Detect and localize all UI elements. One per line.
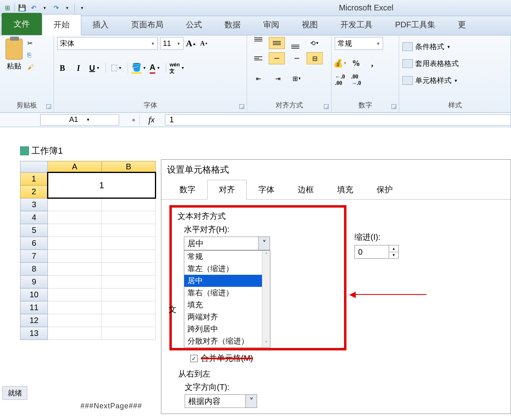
font-launcher[interactable] (239, 104, 244, 109)
phonetic-button[interactable]: wén文▼ (172, 63, 182, 73)
row-header-4[interactable]: 4 (21, 211, 48, 224)
tab-view[interactable]: 视图 (291, 14, 329, 35)
conditional-format-button[interactable]: 条件格式 ▼ (402, 42, 451, 51)
italic-button[interactable]: I (73, 63, 84, 73)
indent-spinner[interactable]: ▲▼ (389, 245, 398, 258)
formula-input[interactable] (165, 114, 511, 126)
indent-input[interactable]: 0 ▲▼ (354, 245, 399, 259)
tab-page-layout[interactable]: 页面布局 (120, 14, 175, 35)
selected-range[interactable]: 1 (48, 173, 156, 198)
undo-dd-icon[interactable]: ▼ (41, 4, 49, 12)
tab-formulas[interactable]: 公式 (175, 14, 213, 35)
cell[interactable] (48, 263, 102, 276)
cell[interactable] (48, 276, 102, 288)
decrease-indent-button[interactable]: ⇤ (250, 72, 266, 84)
wrap-text-button[interactable]: ⊟ (307, 52, 323, 64)
redo-dd-icon[interactable]: ▼ (63, 4, 71, 12)
cancel-formula-icon[interactable]: ● (128, 116, 139, 124)
halign-opt-right[interactable]: 靠右（缩进） (184, 287, 270, 299)
font-color-button[interactable]: A▼ (150, 63, 160, 73)
cell-styles-button[interactable]: 单元格样式 ▼ (402, 76, 458, 85)
dlg-tab-fill[interactable]: 填充 (326, 180, 365, 199)
clipboard-launcher[interactable] (46, 104, 51, 109)
cell[interactable] (102, 288, 156, 301)
dropdown-scrollbar[interactable]: ˄˅ (262, 251, 270, 347)
align-center-button[interactable] (269, 52, 285, 64)
align-middle-button[interactable] (269, 37, 285, 49)
worksheet-grid[interactable]: A B 11 2 3 4 5 6 7 8 9 10 11 12 13 (20, 161, 156, 340)
halign-opt-distributed[interactable]: 分散对齐（缩进） (184, 335, 270, 347)
dlg-tab-alignment[interactable]: 对齐 (207, 180, 247, 200)
fx-button[interactable]: fx (139, 114, 163, 126)
cell[interactable] (48, 327, 102, 340)
tab-file[interactable]: 文件 (2, 13, 42, 35)
cell[interactable] (48, 250, 102, 263)
cell[interactable] (48, 301, 102, 314)
cell[interactable] (102, 314, 156, 327)
cell[interactable] (102, 301, 156, 314)
row-header-9[interactable]: 9 (21, 276, 48, 288)
orientation-button[interactable]: ⟲▼ (307, 37, 323, 49)
save-icon[interactable]: 💾 (18, 4, 26, 12)
tab-pdf-tools[interactable]: PDF工具集 (384, 14, 447, 35)
row-header-11[interactable]: 11 (21, 301, 48, 314)
halign-opt-fill[interactable]: 填充 (184, 299, 270, 311)
row-header-10[interactable]: 10 (21, 288, 48, 301)
halign-opt-left[interactable]: 靠左（缩进） (184, 263, 270, 275)
format-painter-icon[interactable]: 🖌 (27, 64, 37, 72)
dlg-tab-number[interactable]: 数字 (168, 180, 207, 199)
row-header-5[interactable]: 5 (21, 224, 48, 237)
cell[interactable] (102, 224, 156, 237)
name-box[interactable]: A1▼ (40, 114, 119, 126)
align-bottom-button[interactable] (287, 37, 303, 49)
halign-opt-center-across[interactable]: 跨列居中 (184, 323, 270, 335)
font-name-combo[interactable]: 宋体▼ (57, 37, 158, 50)
align-right-button[interactable] (287, 52, 303, 64)
tab-developer[interactable]: 开发工具 (329, 14, 384, 35)
row-header-7[interactable]: 7 (21, 250, 48, 263)
cell[interactable] (48, 237, 102, 250)
font-size-combo[interactable]: 11▼ (160, 37, 183, 50)
bold-button[interactable]: B (57, 63, 68, 73)
col-header-b[interactable]: B (102, 161, 156, 173)
cell[interactable] (102, 198, 156, 211)
tab-review[interactable]: 审阅 (252, 14, 291, 35)
tab-insert[interactable]: 插入 (81, 14, 120, 35)
fill-color-button[interactable]: 🪣▼ (134, 63, 144, 73)
cell[interactable] (48, 288, 102, 301)
row-header-13[interactable]: 13 (21, 327, 48, 340)
row-header-1[interactable]: 1 (21, 173, 48, 185)
textdir-dropdown-button[interactable]: ˅ (245, 395, 257, 408)
qat-customize-icon[interactable]: ▼ (78, 4, 86, 12)
tab-more[interactable]: 更 (447, 14, 477, 35)
col-header-a[interactable]: A (48, 161, 102, 173)
row-header-8[interactable]: 8 (21, 263, 48, 276)
decrease-decimal-button[interactable]: .00→.0 (351, 75, 361, 85)
halign-opt-general[interactable]: 常规 (184, 251, 270, 263)
halign-dropdown-button[interactable]: ˅ (258, 237, 270, 250)
cell[interactable] (102, 327, 156, 340)
dlg-tab-border[interactable]: 边框 (286, 180, 326, 199)
cell[interactable] (102, 211, 156, 224)
comma-button[interactable]: , (367, 58, 377, 68)
cell[interactable] (102, 237, 156, 250)
halign-opt-center[interactable]: 居中 (184, 275, 270, 287)
paste-button[interactable]: 粘贴 (3, 37, 25, 72)
decrease-font-icon[interactable]: A▼ (199, 38, 209, 49)
cut-icon[interactable]: ✂ (27, 39, 37, 47)
align-top-button[interactable] (250, 37, 266, 49)
cell[interactable] (48, 314, 102, 327)
select-all-corner[interactable] (21, 161, 48, 173)
row-header-3[interactable]: 3 (21, 198, 48, 211)
cell[interactable] (102, 276, 156, 288)
cell[interactable] (48, 224, 102, 237)
text-direction-select[interactable]: 根据内容 ˅ (185, 394, 257, 408)
tab-home[interactable]: 开始 (42, 14, 81, 35)
alignment-launcher[interactable] (324, 104, 329, 109)
cell[interactable] (48, 211, 102, 224)
copy-icon[interactable]: ⎘ (27, 51, 37, 60)
increase-font-icon[interactable]: A▲ (186, 38, 196, 49)
underline-button[interactable]: U▼ (89, 63, 100, 73)
increase-indent-button[interactable]: ⇥ (270, 72, 286, 84)
number-launcher[interactable] (391, 104, 396, 109)
